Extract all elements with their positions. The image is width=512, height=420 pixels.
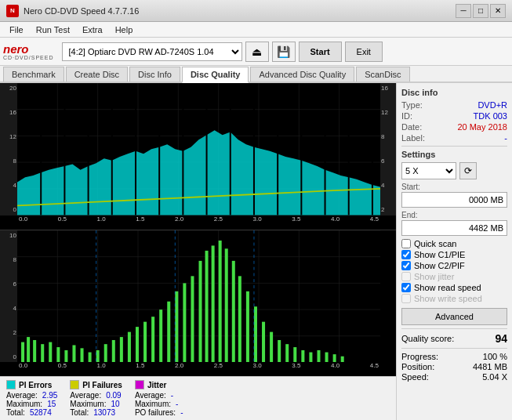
x-top-40: 4.0 — [331, 215, 340, 230]
jitter-color — [135, 380, 144, 389]
menu-help[interactable]: Help — [109, 24, 140, 36]
pi-failures-max-label: Maximum: — [70, 400, 106, 408]
position-value: 4481 MB — [473, 362, 507, 371]
top-chart-xaxis: 0.0 0.5 1.0 1.5 2.0 2.5 3.0 3.5 4.0 4.5 — [17, 215, 380, 230]
speed-value: 5.04 X — [482, 372, 507, 382]
minimize-button[interactable]: ─ — [456, 4, 471, 18]
svg-rect-62 — [159, 310, 162, 362]
bottom-chart-svg — [17, 230, 380, 363]
svg-rect-59 — [136, 327, 139, 362]
svg-rect-81 — [301, 349, 304, 362]
y-bot-0: 0 — [1, 353, 16, 360]
x-top-30: 3.0 — [253, 215, 262, 230]
jitter-po-row: PO failures: - — [135, 408, 183, 417]
quality-score-row: Quality score: 94 — [401, 332, 507, 345]
svg-rect-83 — [317, 349, 320, 362]
pi-errors-max-label: Maximum: — [6, 400, 42, 408]
x-top-15: 1.5 — [136, 215, 144, 230]
tab-advanceddiscquality[interactable]: Advanced Disc Quality — [250, 67, 354, 81]
title-bar-left: N Nero CD-DVD Speed 4.7.7.16 — [6, 5, 139, 17]
save-button[interactable]: 💾 — [272, 42, 296, 62]
pi-errors-max-row: Maximum: 15 — [6, 400, 57, 408]
svg-rect-46 — [33, 339, 36, 362]
svg-rect-68 — [205, 250, 209, 362]
disc-info-title: Disc info — [401, 88, 507, 97]
tab-discquality[interactable]: Disc Quality — [182, 67, 249, 83]
disc-label-label: Label: — [401, 133, 425, 143]
menu-file[interactable]: File — [3, 24, 30, 36]
jitter-max-val: - — [176, 400, 178, 408]
svg-rect-58 — [128, 331, 131, 362]
menu-runtest[interactable]: Run Test — [30, 24, 76, 36]
show-jitter-checkbox[interactable] — [401, 272, 411, 281]
app-icon: N — [6, 5, 19, 17]
y-label-12: 12 — [1, 133, 16, 140]
speed-selector[interactable]: 5 X — [401, 162, 456, 179]
start-field-group: Start: — [401, 183, 507, 208]
pi-failures-avg-row: Average: 0.09 — [70, 391, 122, 400]
pi-errors-total-val: 52874 — [30, 408, 52, 417]
start-button[interactable]: Start — [299, 42, 342, 62]
show-readspeed-checkbox[interactable] — [401, 283, 411, 292]
maximize-button[interactable]: □ — [473, 4, 488, 18]
pi-failures-total-row: Total: 13073 — [70, 408, 122, 417]
progress-row: Progress: 100 % — [401, 352, 507, 361]
quality-score-label: Quality score: — [401, 334, 454, 343]
main-content: 20 16 12 8 4 0 16 12 8 6 4 2 — [0, 83, 512, 420]
pi-errors-total-label: Total: — [6, 408, 25, 417]
disc-label-value: - — [504, 133, 507, 143]
jitter-max-label: Maximum: — [135, 400, 171, 408]
svg-rect-76 — [262, 321, 265, 362]
quick-scan-checkbox[interactable] — [401, 239, 411, 248]
tab-createdisc[interactable]: Create Disc — [66, 67, 128, 81]
y-label-8: 8 — [1, 158, 16, 165]
bottom-chart-y-left: 10 8 6 4 2 0 — [0, 230, 17, 363]
show-c1pie-checkbox[interactable] — [401, 250, 411, 259]
progress-section: Progress: 100 % Position: 4481 MB Speed:… — [401, 352, 507, 382]
end-field-group: End: — [401, 211, 507, 236]
logo: nero CD·DVD/SPEED — [3, 43, 54, 60]
start-field-input[interactable] — [401, 192, 507, 208]
svg-rect-82 — [309, 352, 312, 362]
divider-1 — [401, 146, 507, 147]
show-c1pie-row: Show C1/PIE — [401, 250, 507, 259]
close-button[interactable]: ✕ — [490, 4, 506, 18]
tab-discinfo[interactable]: Disc Info — [129, 67, 180, 81]
show-c2pif-checkbox[interactable] — [401, 261, 411, 270]
exit-button[interactable]: Exit — [345, 42, 383, 62]
svg-rect-86 — [341, 356, 344, 362]
eject-button[interactable]: ⏏ — [245, 42, 269, 62]
svg-rect-63 — [167, 301, 170, 362]
show-jitter-row: Show jitter — [401, 272, 507, 281]
tab-benchmark[interactable]: Benchmark — [3, 67, 64, 81]
svg-rect-57 — [120, 337, 123, 362]
disc-label-row: Label: - — [401, 133, 507, 143]
disc-type-value: DVD+R — [478, 100, 507, 110]
tab-scandisc[interactable]: ScanDisc — [356, 67, 409, 81]
end-field-input[interactable] — [401, 220, 507, 236]
refresh-button[interactable]: ⟳ — [459, 162, 477, 179]
x-bot-35: 3.5 — [292, 362, 300, 376]
jitter-po-label: PO failures: — [135, 408, 176, 417]
disc-date-label: Date: — [401, 122, 422, 132]
top-chart-y-right: 16 12 8 6 4 2 — [380, 83, 396, 215]
show-c1pie-label: Show C1/PIE — [414, 250, 465, 259]
advanced-button[interactable]: Advanced — [401, 308, 507, 325]
svg-rect-54 — [96, 349, 100, 362]
x-bot-0: 0.0 — [19, 362, 27, 376]
x-bot-45: 4.5 — [370, 362, 379, 376]
drive-selector[interactable]: [4:2] Optiarc DVD RW AD-7240S 1.04 — [62, 42, 242, 61]
pi-failures-total-label: Total: — [70, 408, 89, 417]
x-top-10: 1.0 — [97, 215, 106, 230]
pi-errors-title: PI Errors — [19, 381, 52, 389]
pi-errors-avg-val: 2.95 — [42, 391, 57, 400]
pi-failures-avg-val: 0.09 — [106, 391, 121, 400]
pi-failures-max-row: Maximum: 10 — [70, 400, 122, 408]
x-bot-20: 2.0 — [175, 362, 183, 376]
menu-extra[interactable]: Extra — [76, 24, 109, 36]
jitter-avg-row: Average: - — [135, 391, 183, 400]
show-writespeed-checkbox[interactable] — [401, 294, 411, 303]
show-readspeed-label: Show read speed — [414, 283, 481, 292]
svg-rect-70 — [219, 240, 222, 362]
svg-rect-84 — [325, 352, 329, 362]
